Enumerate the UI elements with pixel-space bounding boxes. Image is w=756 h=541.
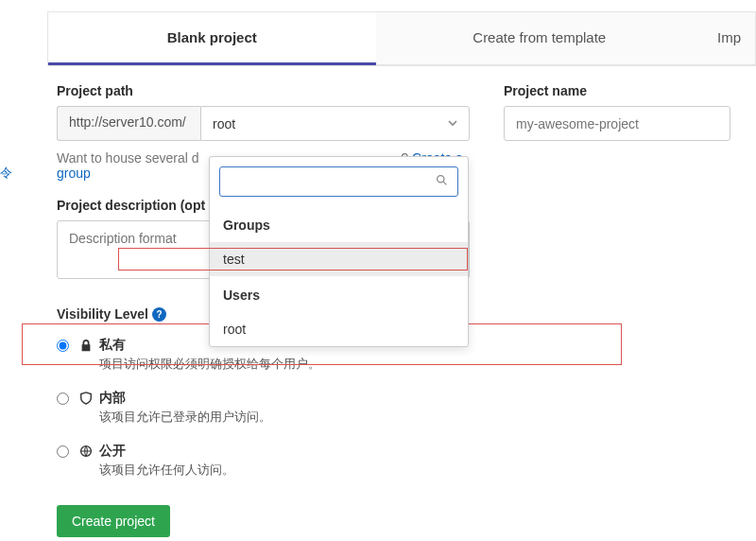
namespace-search-input[interactable]	[230, 174, 436, 189]
project-path-label: Project path	[57, 83, 470, 98]
dropdown-item-test[interactable]: test	[210, 242, 468, 276]
search-icon	[436, 174, 448, 189]
tab-create-from-template[interactable]: Create from template	[376, 12, 704, 65]
dropdown-item-root[interactable]: root	[210, 312, 468, 346]
visibility-label: Visibility Level	[57, 306, 148, 322]
namespace-selected: root	[213, 116, 235, 131]
globe-icon	[78, 444, 94, 459]
visibility-public[interactable]: 公开 该项目允许任何人访问。	[57, 437, 756, 490]
visibility-private-desc: 项目访问权限必须明确授权给每个用户。	[99, 356, 320, 373]
shield-icon	[78, 391, 94, 406]
visibility-public-title: 公开	[99, 443, 126, 460]
dropdown-groups-header: Groups	[210, 206, 468, 242]
svg-point-1	[438, 176, 444, 183]
visibility-public-radio[interactable]	[57, 445, 69, 458]
tab-import[interactable]: Imp	[703, 12, 755, 65]
namespace-dropdown: Groups test Users root	[209, 156, 469, 347]
help-icon[interactable]: ?	[152, 307, 166, 322]
create-project-button[interactable]: Create project	[57, 505, 170, 537]
visibility-private-title: 私有	[99, 337, 126, 354]
tabs: Blank project Create from template Imp	[47, 11, 756, 66]
svg-line-2	[443, 182, 446, 184]
visibility-internal-radio[interactable]	[57, 393, 69, 405]
visibility-internal-title: 内部	[99, 390, 126, 407]
namespace-select[interactable]: root	[200, 106, 470, 141]
project-name-label: Project name	[504, 83, 756, 98]
visibility-public-desc: 该项目允许任何人访问。	[99, 462, 234, 479]
chevron-down-icon	[448, 118, 457, 130]
visibility-internal-desc: 该项目允许已登录的用户访问。	[99, 409, 271, 426]
project-name-input[interactable]	[504, 106, 730, 141]
visibility-internal[interactable]: 内部 该项目允许已登录的用户访问。	[57, 384, 756, 437]
visibility-private-radio[interactable]	[57, 340, 69, 352]
lock-icon	[78, 338, 94, 353]
tab-blank-project[interactable]: Blank project	[48, 12, 376, 65]
project-path-prefix: http://server10.com/	[57, 106, 200, 141]
dropdown-users-header: Users	[210, 276, 468, 312]
